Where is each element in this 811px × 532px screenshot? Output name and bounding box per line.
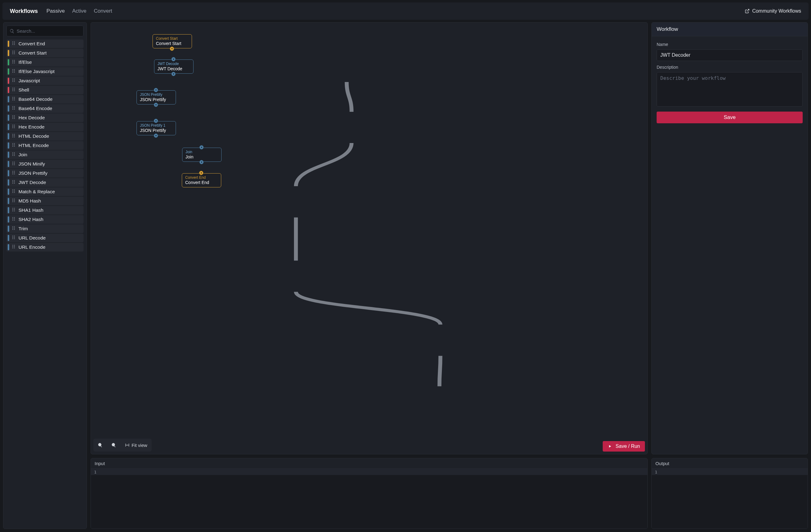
input-editor[interactable]: 1	[91, 469, 647, 529]
node-type-item[interactable]: Convert End	[6, 40, 83, 48]
svg-point-108	[14, 201, 15, 202]
node-type-label: If/Else Javascript	[18, 69, 55, 74]
flow-canvas[interactable]: Convert StartConvert StartJWT DecodeJWT …	[91, 22, 648, 454]
svg-point-74	[12, 154, 13, 154]
svg-point-86	[12, 172, 13, 173]
node-output-port[interactable]	[154, 134, 158, 138]
node-type-item[interactable]: JWT Decode	[6, 178, 83, 187]
node-type-item[interactable]: Javascript	[6, 76, 83, 85]
svg-point-92	[12, 182, 13, 182]
flow-node[interactable]: JoinJoin	[182, 148, 221, 162]
drag-handle-icon	[12, 244, 16, 250]
node-color-swatch	[8, 41, 9, 47]
sidebar: Convert EndConvert StartIf/ElseIf/Else J…	[3, 22, 87, 529]
svg-point-47	[14, 108, 15, 108]
tab-convert[interactable]: Convert	[94, 8, 112, 14]
node-input-port[interactable]	[154, 119, 158, 123]
workflow-name-input[interactable]	[657, 49, 803, 61]
node-color-swatch	[8, 226, 9, 232]
node-type-item[interactable]: Base64 Decode	[6, 95, 83, 104]
svg-point-14	[12, 61, 13, 62]
node-type-item[interactable]: If/Else	[6, 58, 83, 66]
community-workflows-link[interactable]: Community Workflows	[745, 8, 801, 14]
node-input-port[interactable]	[199, 145, 204, 150]
node-type-item[interactable]: Hex Encode	[6, 123, 83, 131]
node-output-port[interactable]	[154, 103, 158, 107]
node-input-port[interactable]	[154, 88, 158, 92]
node-color-swatch	[8, 142, 9, 149]
node-type-item[interactable]: If/Else Javascript	[6, 67, 83, 76]
svg-point-72	[14, 146, 15, 147]
svg-point-81	[12, 164, 13, 165]
workflow-description-input[interactable]	[657, 72, 803, 107]
node-type-item[interactable]: URL Decode	[6, 234, 83, 242]
node-type-item[interactable]: HTML Decode	[6, 132, 83, 140]
fit-view-button[interactable]: Fit view	[125, 443, 147, 448]
node-type-label: If/Else	[18, 60, 32, 65]
node-type-item[interactable]: MD5 Hash	[6, 197, 83, 205]
svg-point-13	[12, 60, 13, 60]
node-type-item[interactable]: JSON Prettify	[6, 169, 83, 178]
tab-passive[interactable]: Passive	[47, 8, 65, 14]
node-color-swatch	[8, 50, 9, 56]
node-type-item[interactable]: Join	[6, 150, 83, 159]
flow-node[interactable]: JSON Prettify 1JSON Prettify	[137, 121, 176, 135]
input-line-number: 1	[91, 470, 98, 474]
zoom-out-button[interactable]	[98, 443, 103, 447]
svg-point-54	[14, 118, 15, 119]
output-editor[interactable]: 1	[652, 469, 808, 529]
node-color-swatch	[8, 188, 9, 195]
svg-point-42	[14, 100, 15, 100]
svg-point-19	[12, 69, 13, 70]
flow-node[interactable]: Convert EndConvert End	[182, 173, 221, 187]
node-input-port[interactable]	[199, 171, 203, 175]
node-type-item[interactable]: SHA2 Hash	[6, 215, 83, 224]
flow-node-type: Convert Start	[156, 36, 188, 41]
zoom-in-button[interactable]	[111, 443, 116, 447]
node-input-port[interactable]	[171, 57, 175, 61]
svg-point-3	[12, 44, 13, 45]
svg-point-4	[14, 41, 15, 42]
node-color-swatch	[8, 59, 9, 65]
node-output-port[interactable]	[170, 47, 174, 51]
node-type-item[interactable]: Hex Decode	[6, 113, 83, 122]
flow-node-title: JSON Prettify	[140, 97, 172, 102]
node-type-item[interactable]: URL Encode	[6, 243, 83, 252]
node-type-label: Javascript	[18, 78, 40, 83]
drag-handle-icon	[12, 69, 16, 74]
node-type-item[interactable]: Convert Start	[6, 49, 83, 57]
drag-handle-icon	[12, 152, 16, 157]
svg-line-0	[747, 9, 749, 11]
search-input[interactable]	[6, 26, 83, 36]
svg-point-2	[12, 43, 13, 44]
node-color-swatch	[8, 235, 9, 241]
svg-point-106	[14, 198, 15, 199]
node-output-port[interactable]	[171, 72, 175, 76]
flow-node-title: Convert End	[185, 180, 218, 185]
flow-node[interactable]: Convert StartConvert Start	[153, 34, 192, 48]
node-type-item[interactable]: Base64 Encode	[6, 104, 83, 113]
node-type-label: URL Encode	[18, 244, 45, 250]
node-type-item[interactable]: Shell	[6, 86, 83, 94]
drag-handle-icon	[12, 124, 16, 130]
flow-node[interactable]: JSON PrettifyJSON Prettify	[137, 90, 176, 105]
node-type-item[interactable]: Trim	[6, 224, 83, 233]
svg-point-21	[12, 72, 13, 73]
svg-point-59	[14, 126, 15, 127]
node-type-item[interactable]: JSON Minify	[6, 159, 83, 168]
save-button[interactable]: Save	[657, 111, 803, 123]
flow-node[interactable]: JWT DecodeJWT Decode	[154, 60, 194, 74]
node-type-item[interactable]: HTML Encode	[6, 141, 83, 150]
node-type-item[interactable]: SHA1 Hash	[6, 206, 83, 214]
node-type-item[interactable]: Match & Replace	[6, 187, 83, 196]
svg-point-137	[14, 246, 15, 247]
flow-node-type: Convert End	[185, 176, 218, 180]
save-run-button[interactable]: Save / Run	[603, 441, 645, 452]
drag-handle-icon	[12, 143, 16, 148]
node-list: Convert EndConvert StartIf/ElseIf/Else J…	[6, 40, 83, 252]
node-type-label: Hex Encode	[18, 124, 44, 130]
svg-point-16	[14, 60, 15, 60]
node-output-port[interactable]	[199, 160, 204, 164]
tab-active[interactable]: Active	[72, 8, 86, 14]
node-color-swatch	[8, 207, 9, 213]
